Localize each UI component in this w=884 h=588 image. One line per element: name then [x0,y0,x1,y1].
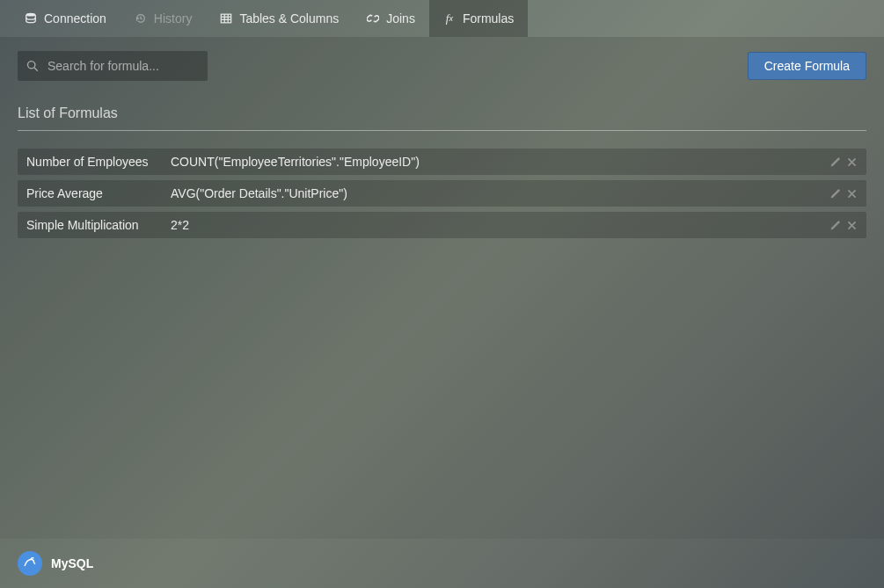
content-area: Create Formula List of Formulas Number o… [0,37,884,539]
history-icon [135,12,147,25]
search-input[interactable] [18,51,208,81]
edit-icon[interactable] [829,188,841,200]
svg-point-0 [26,13,36,17]
tab-label: History [154,11,193,25]
tab-tables-columns[interactable]: Tables & Columns [206,0,353,37]
tab-joins[interactable]: Joins [353,0,429,37]
formula-name: Price Average [26,186,171,200]
formula-actions [829,156,858,168]
tab-formulas[interactable]: fx Formulas [429,0,528,37]
close-icon[interactable] [846,156,858,168]
tab-bar: Connection History Tables & Columns [0,0,884,37]
link-icon [367,12,379,25]
close-icon[interactable] [846,188,858,200]
formula-list: Number of Employees COUNT("EmployeeTerri… [18,149,866,238]
formula-row[interactable]: Price Average AVG("Order Details"."UnitP… [18,180,866,207]
formula-expression: 2*2 [171,218,829,232]
footer: MySQL [0,539,884,588]
tab-connection[interactable]: Connection [11,0,121,37]
formula-expression: AVG("Order Details"."UnitPrice") [171,186,829,200]
formula-name: Number of Employees [26,155,171,169]
tab-history: History [121,0,207,37]
section-title: List of Formulas [18,105,866,131]
formula-name: Simple Multiplication [26,218,171,232]
mysql-icon [18,551,42,576]
tab-label: Formulas [463,11,514,25]
edit-icon[interactable] [829,220,841,231]
tab-label: Tables & Columns [239,11,339,25]
edit-icon[interactable] [829,156,841,168]
search-wrapper [18,51,208,81]
formula-actions [829,188,858,200]
database-icon [25,12,37,25]
tab-label: Connection [44,11,106,25]
toolbar: Create Formula [18,51,866,81]
connection-name: MySQL [51,556,93,570]
svg-rect-1 [222,14,231,23]
close-icon[interactable] [846,220,858,231]
fx-icon: fx [443,12,456,25]
formula-row[interactable]: Number of Employees COUNT("EmployeeTerri… [18,149,866,175]
tab-label: Joins [386,11,415,25]
formula-expression: COUNT("EmployeeTerritories"."EmployeeID"… [171,155,829,169]
table-icon [220,12,232,25]
formula-row[interactable]: Simple Multiplication 2*2 [18,212,866,238]
formula-actions [829,220,858,231]
create-formula-button[interactable]: Create Formula [748,52,866,80]
search-icon [26,60,39,72]
